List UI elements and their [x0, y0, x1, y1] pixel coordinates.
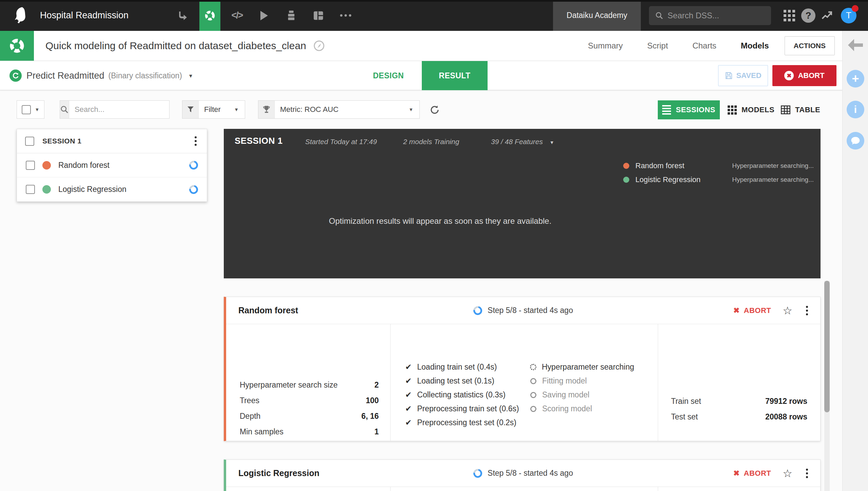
session-list-panel: SESSION 1 Random forest Logistic Regress… — [17, 129, 207, 202]
step-done: ✔ Loading test set (0.1s) — [405, 374, 519, 388]
nav-icons: </> — [169, 0, 359, 31]
global-search-input[interactable] — [668, 11, 765, 20]
select-all-control[interactable]: ▼ — [17, 100, 44, 119]
step-pending: Fitting model — [530, 374, 634, 388]
search-icon — [60, 101, 69, 118]
check-icon: ✔ — [405, 377, 412, 385]
pending-circle-icon — [530, 406, 536, 412]
refresh-icon[interactable] — [429, 104, 440, 117]
model-checkbox[interactable] — [26, 161, 35, 170]
env-label[interactable]: Dataiku Academy — [553, 0, 641, 31]
dataset-row: Train set 79912 rows — [671, 393, 807, 409]
model-color-dot — [42, 161, 51, 170]
step-pending: Saving model — [530, 388, 634, 402]
caret-down-icon: ▼ — [550, 140, 554, 145]
navigate-icon[interactable] — [313, 40, 325, 52]
star-icon[interactable]: ☆ — [783, 468, 792, 479]
help-icon[interactable]: ? — [799, 8, 818, 23]
chat-icon[interactable] — [847, 132, 864, 150]
prediction-icon — [9, 70, 22, 82]
tab-summary[interactable]: Summary — [588, 41, 623, 51]
param-row: Trees 100 — [240, 393, 379, 408]
pending-circle-icon — [530, 392, 536, 398]
check-icon: ✔ — [405, 391, 412, 399]
filter-dropdown[interactable]: Filter ▼ — [182, 100, 245, 119]
completed-steps-list: ✔ Loading train set (0.4s) ✔ Loading tes… — [405, 360, 519, 430]
hyperparameters-table: Hyperparameter search size 2 Trees 100 D… — [240, 377, 379, 439]
model-color-dot — [42, 185, 51, 194]
right-rail: + i — [842, 31, 868, 491]
session-checkbox[interactable] — [25, 137, 34, 146]
view-toggle-models[interactable]: MODELS — [728, 100, 774, 119]
model-menu-icon[interactable] — [804, 467, 810, 480]
chart-legend: Random forest Hyperparameter searching..… — [623, 159, 814, 186]
pending-circle-icon — [530, 378, 536, 384]
model-name[interactable]: Logistic Regression — [238, 468, 319, 478]
apps-grid-icon[interactable] — [780, 10, 799, 21]
abort-model-button[interactable]: ✖ ABORT — [733, 469, 771, 478]
dataiku-logo[interactable] — [0, 6, 40, 25]
ml-task-subtitle: (Binary classification) — [108, 71, 182, 80]
analysis-tabs: Summary Script Charts Models — [588, 41, 769, 51]
saved-button[interactable]: SAVED — [718, 65, 768, 86]
more-icon[interactable] — [332, 0, 359, 31]
model-menu-icon[interactable] — [804, 304, 810, 317]
caret-down-icon: ▼ — [409, 107, 413, 112]
search-icon — [655, 11, 664, 20]
list-item-logistic-regression[interactable]: Logistic Regression — [17, 177, 207, 201]
dataset-summary: Train set 79912 rows Test set 20088 rows — [671, 393, 807, 425]
step-done: ✔ Loading train set (0.4s) — [405, 360, 519, 374]
lab-icon-tile[interactable] — [199, 0, 220, 31]
session-features-dropdown[interactable]: 39 / 48 Features ▼ — [491, 138, 554, 146]
project-name[interactable]: Hospital Readmission — [40, 10, 129, 21]
abort-model-button[interactable]: ✖ ABORT — [733, 306, 771, 315]
legend-item: Logistic Regression Hyperparameter searc… — [623, 173, 814, 186]
dashboard-icon[interactable] — [305, 0, 332, 31]
collapse-panel-icon[interactable] — [847, 38, 864, 54]
tab-design[interactable]: DESIGN — [373, 61, 404, 90]
abort-all-button[interactable]: ✖ ABORT — [772, 65, 836, 86]
list-icon — [662, 105, 671, 115]
actions-button[interactable]: ACTIONS — [785, 36, 835, 55]
step-done: ✔ Preprocessing train set (0.6s) — [405, 402, 519, 416]
model-checkbox[interactable] — [26, 185, 35, 194]
param-row: Hyperparameter search size 2 — [240, 377, 379, 393]
check-icon: ✔ — [405, 363, 412, 371]
flow-icon[interactable] — [169, 0, 196, 31]
x-circle-icon: ✖ — [784, 71, 794, 80]
session-menu-icon[interactable] — [193, 134, 199, 148]
trending-icon[interactable] — [818, 10, 837, 21]
view-toggle-table[interactable]: TABLE — [781, 100, 820, 119]
star-icon[interactable]: ☆ — [783, 305, 792, 316]
tab-charts[interactable]: Charts — [692, 41, 716, 51]
session-overview-panel: SESSION 1 Started Today at 17:49 2 model… — [224, 129, 821, 278]
jobs-icon[interactable] — [278, 0, 305, 31]
model-search-input[interactable] — [69, 105, 178, 114]
tab-result[interactable]: RESULT — [422, 61, 488, 90]
metric-dropdown[interactable]: Metric: ROC AUC ▼ — [258, 100, 420, 119]
tab-models[interactable]: Models — [741, 41, 769, 51]
scrollbar-thumb[interactable] — [824, 281, 830, 412]
model-card-body: Hyperparameter search size 2 Trees 100 D… — [226, 324, 820, 441]
notification-dot — [852, 5, 859, 12]
view-toggle-sessions[interactable]: SESSIONS — [658, 100, 720, 119]
step-status: Step 5/8 - started 4s ago — [488, 469, 573, 478]
info-icon[interactable]: i — [847, 101, 864, 118]
list-item-random-forest[interactable]: Random forest — [17, 153, 207, 177]
caret-down-icon: ▼ — [188, 73, 193, 79]
model-card-header: Random forest Step 5/8 - started 4s ago … — [226, 297, 820, 324]
tab-script[interactable]: Script — [647, 41, 668, 51]
ml-task-selector[interactable]: Predict Readmitted (Binary classificatio… — [9, 61, 193, 90]
model-name[interactable]: Random forest — [238, 306, 298, 315]
analysis-titlebar: Quick modeling of Readmitted on dataset_… — [0, 31, 842, 61]
select-all-checkbox[interactable] — [22, 105, 31, 114]
user-avatar[interactable]: T — [841, 8, 856, 23]
code-icon[interactable]: </> — [223, 0, 251, 31]
check-icon: ✔ — [405, 405, 412, 413]
global-search[interactable] — [649, 6, 771, 25]
legend-dot — [623, 177, 629, 183]
step-active: Hyperparameter searching — [530, 360, 634, 374]
add-icon[interactable]: + — [847, 70, 864, 87]
run-icon[interactable] — [251, 0, 278, 31]
legend-item: Random forest Hyperparameter searching..… — [623, 159, 814, 173]
